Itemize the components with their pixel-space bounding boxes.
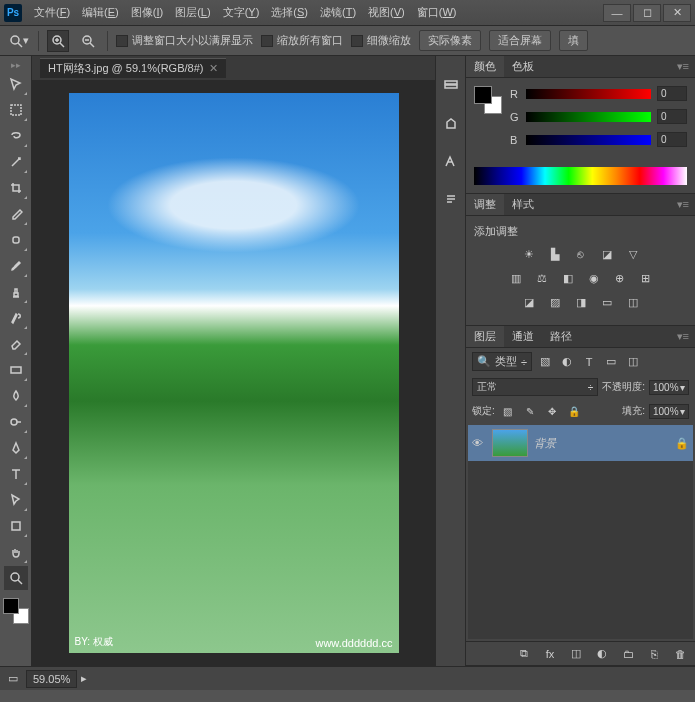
exposure-icon[interactable]: ◪	[598, 245, 616, 263]
paragraph-panel-icon[interactable]	[441, 190, 461, 210]
zoom-tool-icon[interactable]: ▾	[8, 30, 30, 52]
gradient-tool[interactable]	[4, 358, 28, 382]
zoom-all-checkbox[interactable]: 缩放所有窗口	[261, 33, 343, 48]
eraser-tool[interactable]	[4, 332, 28, 356]
threshold-icon[interactable]: ◨	[572, 293, 590, 311]
mini-swatches[interactable]	[474, 86, 502, 114]
minimize-button[interactable]: —	[603, 4, 631, 22]
menu-edit[interactable]: 编辑(E)	[78, 3, 123, 22]
photo-filter-icon[interactable]: ◉	[585, 269, 603, 287]
g-slider[interactable]	[526, 112, 651, 122]
hue-icon[interactable]: ▥	[507, 269, 525, 287]
link-layers-icon[interactable]: ⧉	[515, 645, 533, 663]
crop-tool[interactable]	[4, 176, 28, 200]
pen-tool[interactable]	[4, 436, 28, 460]
menu-image[interactable]: 图像(I)	[127, 3, 167, 22]
character-panel-icon[interactable]	[441, 152, 461, 172]
blur-tool[interactable]	[4, 384, 28, 408]
selective-color-icon[interactable]: ◫	[624, 293, 642, 311]
status-doc-icon[interactable]: ▭	[8, 672, 18, 685]
layer-thumbnail[interactable]	[492, 429, 528, 457]
lock-all-icon[interactable]: 🔒	[565, 402, 583, 420]
zoom-in-icon[interactable]	[47, 30, 69, 52]
scrubby-checkbox[interactable]: 细微缩放	[351, 33, 411, 48]
r-value[interactable]: 0	[657, 86, 687, 101]
canvas[interactable]: BY: 权威 www.dddddd.cc	[32, 80, 435, 666]
fill-screen-button[interactable]: 填	[559, 30, 588, 51]
blend-mode-dropdown[interactable]: 正常÷	[472, 378, 598, 396]
channel-mixer-icon[interactable]: ⊕	[611, 269, 629, 287]
type-tool[interactable]	[4, 462, 28, 486]
layer-style-icon[interactable]: fx	[541, 645, 559, 663]
tab-styles[interactable]: 样式	[504, 194, 542, 215]
brush-tool[interactable]	[4, 254, 28, 278]
levels-icon[interactable]: ▙	[546, 245, 564, 263]
tab-swatches[interactable]: 色板	[504, 56, 542, 77]
balance-icon[interactable]: ⚖	[533, 269, 551, 287]
healing-tool[interactable]	[4, 228, 28, 252]
filter-type-icon[interactable]: T	[580, 353, 598, 371]
marquee-tool[interactable]	[4, 98, 28, 122]
lock-transparent-icon[interactable]: ▧	[499, 402, 517, 420]
vibrance-icon[interactable]: ▽	[624, 245, 642, 263]
b-slider[interactable]	[526, 135, 651, 145]
new-layer-icon[interactable]: ⎘	[645, 645, 663, 663]
opacity-input[interactable]: 100%▾	[649, 380, 689, 395]
menu-window[interactable]: 窗口(W)	[413, 3, 461, 22]
layer-mask-icon[interactable]: ◫	[567, 645, 585, 663]
color-spectrum[interactable]	[474, 167, 687, 185]
history-panel-icon[interactable]	[441, 76, 461, 96]
tab-color[interactable]: 颜色	[466, 56, 504, 77]
fit-screen-button[interactable]: 适合屏幕	[489, 30, 551, 51]
zoom-out-icon[interactable]	[77, 30, 99, 52]
delete-layer-icon[interactable]: 🗑	[671, 645, 689, 663]
new-group-icon[interactable]: 🗀	[619, 645, 637, 663]
filter-adjust-icon[interactable]: ◐	[558, 353, 576, 371]
close-button[interactable]: ✕	[663, 4, 691, 22]
filter-shape-icon[interactable]: ▭	[602, 353, 620, 371]
gradient-map-icon[interactable]: ▭	[598, 293, 616, 311]
panel-menu-icon[interactable]: ▾≡	[671, 198, 695, 211]
visibility-icon[interactable]: 👁	[472, 437, 486, 449]
lock-pixels-icon[interactable]: ✎	[521, 402, 539, 420]
tab-channels[interactable]: 通道	[504, 326, 542, 347]
filter-smart-icon[interactable]: ◫	[624, 353, 642, 371]
resize-fit-checkbox[interactable]: 调整窗口大小以满屏显示	[116, 33, 253, 48]
path-select-tool[interactable]	[4, 488, 28, 512]
menu-file[interactable]: 文件(F)	[30, 3, 74, 22]
lookup-icon[interactable]: ⊞	[637, 269, 655, 287]
layer-row[interactable]: 👁 背景 🔒	[468, 425, 693, 461]
history-brush-tool[interactable]	[4, 306, 28, 330]
properties-panel-icon[interactable]	[441, 114, 461, 134]
zoom-tool[interactable]	[4, 566, 28, 590]
panel-menu-icon[interactable]: ▾≡	[671, 60, 695, 73]
zoom-value[interactable]: 59.05%	[26, 670, 77, 688]
panel-menu-icon[interactable]: ▾≡	[671, 330, 695, 343]
color-swatches[interactable]	[3, 598, 29, 624]
move-tool[interactable]	[4, 72, 28, 96]
close-tab-icon[interactable]: ✕	[209, 62, 218, 75]
menu-filter[interactable]: 滤镜(T)	[316, 3, 360, 22]
posterize-icon[interactable]: ▨	[546, 293, 564, 311]
hand-tool[interactable]	[4, 540, 28, 564]
menu-select[interactable]: 选择(S)	[267, 3, 312, 22]
fill-input[interactable]: 100%▾	[649, 404, 689, 419]
magic-wand-tool[interactable]	[4, 150, 28, 174]
filter-pixel-icon[interactable]: ▧	[536, 353, 554, 371]
b-value[interactable]: 0	[657, 132, 687, 147]
bw-icon[interactable]: ◧	[559, 269, 577, 287]
r-slider[interactable]	[526, 89, 651, 99]
dodge-tool[interactable]	[4, 410, 28, 434]
new-fill-icon[interactable]: ◐	[593, 645, 611, 663]
filter-type-dropdown[interactable]: 🔍 类型 ÷	[472, 352, 532, 371]
tab-paths[interactable]: 路径	[542, 326, 580, 347]
lasso-tool[interactable]	[4, 124, 28, 148]
lock-position-icon[interactable]: ✥	[543, 402, 561, 420]
menu-type[interactable]: 文字(Y)	[219, 3, 264, 22]
menu-layer[interactable]: 图层(L)	[171, 3, 214, 22]
curves-icon[interactable]: ⎋	[572, 245, 590, 263]
invert-icon[interactable]: ◪	[520, 293, 538, 311]
tab-layers[interactable]: 图层	[466, 326, 504, 347]
shape-tool[interactable]	[4, 514, 28, 538]
document-tab[interactable]: HT网络3.jpg @ 59.1%(RGB/8#) ✕	[40, 58, 226, 78]
